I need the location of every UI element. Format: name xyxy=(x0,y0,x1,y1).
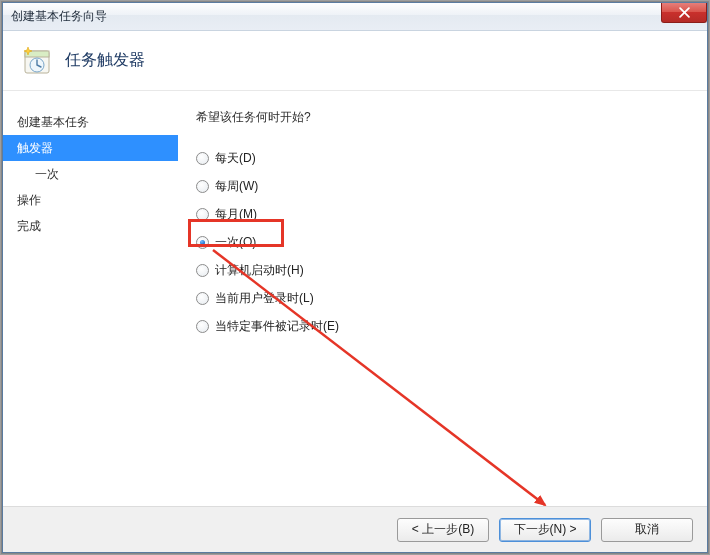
sidebar-item-create-task[interactable]: 创建基本任务 xyxy=(3,109,178,135)
wizard-body: 创建基本任务 触发器 一次 操作 完成 希望该任务何时开始? 每天(D) 每周(… xyxy=(3,91,707,506)
radio-indicator xyxy=(196,208,209,221)
radio-indicator xyxy=(196,320,209,333)
trigger-prompt: 希望该任务何时开始? xyxy=(178,109,707,126)
radio-indicator xyxy=(196,180,209,193)
back-button[interactable]: < 上一步(B) xyxy=(397,518,489,542)
radio-on-logon[interactable]: 当前用户登录时(L) xyxy=(196,284,707,312)
radio-label: 当前用户登录时(L) xyxy=(215,290,314,307)
radio-indicator xyxy=(196,152,209,165)
close-button[interactable] xyxy=(661,3,707,23)
trigger-options: 每天(D) 每周(W) 每月(M) 一次(O) 计算机启动时(H) xyxy=(178,144,707,340)
radio-monthly[interactable]: 每月(M) xyxy=(196,200,707,228)
window-title: 创建基本任务向导 xyxy=(11,8,107,25)
sidebar-item-trigger[interactable]: 触发器 xyxy=(3,135,178,161)
wizard-header: 任务触发器 xyxy=(3,31,707,91)
next-button[interactable]: 下一步(N) > xyxy=(499,518,591,542)
radio-on-event[interactable]: 当特定事件被记录时(E) xyxy=(196,312,707,340)
close-icon xyxy=(679,7,690,18)
radio-indicator xyxy=(196,292,209,305)
radio-label: 当特定事件被记录时(E) xyxy=(215,318,339,335)
radio-daily[interactable]: 每天(D) xyxy=(196,144,707,172)
radio-weekly[interactable]: 每周(W) xyxy=(196,172,707,200)
radio-label: 每周(W) xyxy=(215,178,258,195)
radio-indicator xyxy=(196,264,209,277)
wizard-window: 创建基本任务向导 任务触发器 创建基本任务 触发器 一次 操作 完成 xyxy=(2,2,708,553)
wizard-steps-sidebar: 创建基本任务 触发器 一次 操作 完成 xyxy=(3,91,178,506)
sidebar-item-finish[interactable]: 完成 xyxy=(3,213,178,239)
sidebar-item-action[interactable]: 操作 xyxy=(3,187,178,213)
titlebar: 创建基本任务向导 xyxy=(3,3,707,31)
radio-label: 一次(O) xyxy=(215,234,256,251)
radio-label: 计算机启动时(H) xyxy=(215,262,304,279)
cancel-button[interactable]: 取消 xyxy=(601,518,693,542)
radio-label: 每月(M) xyxy=(215,206,257,223)
radio-label: 每天(D) xyxy=(215,150,256,167)
radio-on-boot[interactable]: 计算机启动时(H) xyxy=(196,256,707,284)
page-title: 任务触发器 xyxy=(65,50,145,71)
radio-once[interactable]: 一次(O) xyxy=(196,228,707,256)
task-scheduler-icon xyxy=(21,45,53,77)
wizard-content: 希望该任务何时开始? 每天(D) 每周(W) 每月(M) 一次(O) xyxy=(178,91,707,506)
sidebar-item-once[interactable]: 一次 xyxy=(3,161,178,187)
wizard-footer: < 上一步(B) 下一步(N) > 取消 xyxy=(3,506,707,552)
radio-indicator xyxy=(196,236,209,249)
